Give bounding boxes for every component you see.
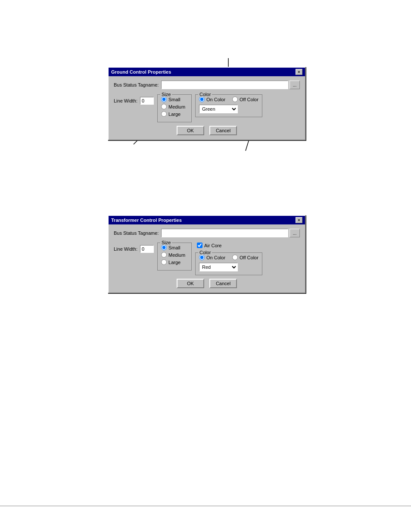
dialog2-off-color-label: Off Color bbox=[240, 255, 258, 260]
dialog2-buttons-row: OK Cancel bbox=[114, 279, 300, 288]
dialog1-color-select-wrapper: Green Red Blue bbox=[199, 105, 258, 113]
dialog2-size-small-radio[interactable] bbox=[161, 245, 167, 250]
dialog2-titlebar: Transformer Control Properties × bbox=[109, 216, 305, 224]
dialog1-on-color-label: On Color bbox=[206, 97, 225, 102]
dialog2-browse-button[interactable]: ... bbox=[290, 229, 300, 237]
dialog1-size-medium-label: Medium bbox=[168, 104, 185, 109]
dialog2-line-width-row: Line Width: bbox=[114, 245, 154, 253]
page-container: Ground Control Properties × Bus Status T… bbox=[0, 0, 411, 532]
dialog1-buttons-row: OK Cancel bbox=[114, 126, 300, 135]
dialog2-color-radio-row: On Color Off Color bbox=[199, 255, 258, 260]
dialog2-color-select-wrapper: Red Green Blue bbox=[199, 263, 258, 271]
dialog2-line-width-label: Line Width: bbox=[114, 246, 137, 252]
dialog2-off-color-row: Off Color bbox=[232, 255, 258, 260]
dialog1-close-button[interactable]: × bbox=[296, 69, 302, 75]
dialog2-ok-button[interactable]: OK bbox=[177, 279, 204, 288]
dialog2-size-small-row: Small bbox=[161, 245, 188, 250]
dialog1-bus-status-input[interactable] bbox=[161, 81, 288, 89]
dialog2-color-group-label: Color bbox=[198, 250, 212, 255]
dialog1-color-radio-row: On Color Off Color bbox=[199, 96, 258, 102]
dialog2-on-color-radio[interactable] bbox=[199, 255, 205, 260]
dialog1-line-width-input[interactable] bbox=[140, 97, 154, 105]
dialog1-size-small-row: Small bbox=[161, 96, 188, 102]
bottom-rule bbox=[0, 506, 411, 506]
dialog1-cancel-button[interactable]: Cancel bbox=[209, 126, 237, 135]
dialog2-color-select[interactable]: Red Green Blue bbox=[199, 263, 238, 271]
dialog1-off-color-label: Off Color bbox=[240, 97, 258, 102]
dialog2-title: Transformer Control Properties bbox=[111, 218, 182, 223]
dialog1-size-large-radio[interactable] bbox=[161, 111, 167, 117]
dialog1-size-medium-radio[interactable] bbox=[161, 104, 167, 109]
dialog-ground-control: Ground Control Properties × Bus Status T… bbox=[108, 67, 306, 140]
dialog2-close-button[interactable]: × bbox=[296, 217, 302, 223]
dialog2-size-group: Size Small Medium Large bbox=[157, 243, 192, 271]
dialog2-size-large-label: Large bbox=[168, 260, 181, 265]
dialog2-bus-status-input[interactable] bbox=[161, 229, 288, 237]
dialog2-off-color-radio[interactable] bbox=[232, 255, 238, 260]
dialog2-on-color-label: On Color bbox=[206, 255, 225, 260]
dialog1-color-group: Color On Color Off Color Green bbox=[195, 94, 262, 117]
dialog2-cancel-button[interactable]: Cancel bbox=[209, 279, 237, 288]
dialog2-size-small-label: Small bbox=[168, 245, 181, 250]
dialog2-bus-status-label: Bus Status Tagname: bbox=[114, 230, 159, 236]
dialog1-bus-status-row: Bus Status Tagname: ... bbox=[114, 81, 300, 89]
dialog1-size-small-radio[interactable] bbox=[161, 96, 167, 102]
dialog1-ok-button[interactable]: OK bbox=[177, 126, 204, 135]
dialog1-on-color-radio[interactable] bbox=[199, 96, 205, 102]
dialog2-size-medium-radio[interactable] bbox=[161, 252, 167, 258]
dialog2-color-group: Color On Color Off Color bbox=[195, 252, 262, 275]
dialog2-air-core-checkbox[interactable] bbox=[197, 243, 202, 248]
dialog2-size-large-radio[interactable] bbox=[161, 259, 167, 265]
dialog2-size-large-row: Large bbox=[161, 259, 188, 265]
dialog1-browse-button[interactable]: ... bbox=[290, 81, 300, 89]
dialog1-size-group: Size Small Medium Large bbox=[157, 94, 192, 122]
dialog2-bus-status-row: Bus Status Tagname: ... bbox=[114, 229, 300, 237]
dialog2-air-core-label: Air Core bbox=[204, 243, 221, 248]
dialog-transformer-control: Transformer Control Properties × Bus Sta… bbox=[108, 215, 306, 293]
dialog1-on-color-row: On Color bbox=[199, 96, 225, 102]
dialog2-right-column: Air Core Color On Color Off Co bbox=[195, 243, 262, 275]
dialog2-size-medium-row: Medium bbox=[161, 252, 188, 258]
dialog2-size-group-label: Size bbox=[160, 240, 172, 245]
dialog2-size-medium-label: Medium bbox=[168, 252, 185, 258]
dialog1-bus-status-label: Bus Status Tagname: bbox=[114, 82, 159, 87]
dialog1-size-group-label: Size bbox=[160, 92, 172, 97]
dialog1-titlebar: Ground Control Properties × bbox=[109, 68, 305, 76]
dialog1-line-width-row: Line Width: bbox=[114, 97, 154, 105]
dialog1-size-small-label: Small bbox=[168, 97, 181, 102]
dialog2-main-row: Line Width: Size Small Medium bbox=[114, 241, 300, 275]
dialog1-content: Bus Status Tagname: ... Line Width: S bbox=[109, 76, 305, 140]
dialog2-content: Bus Status Tagname: ... Line Width: S bbox=[109, 224, 305, 292]
dialog1-title: Ground Control Properties bbox=[111, 69, 171, 75]
dialog1-size-large-row: Large bbox=[161, 111, 188, 117]
dialog1-off-color-radio[interactable] bbox=[232, 96, 238, 102]
dialog1-off-color-row: Off Color bbox=[232, 96, 258, 102]
dialog2-line-width-input[interactable] bbox=[140, 245, 154, 253]
dialog1-main-row: Line Width: Size Small Medium bbox=[114, 93, 300, 122]
dialog1-color-select[interactable]: Green Red Blue bbox=[199, 105, 238, 113]
dialog1-size-large-label: Large bbox=[168, 112, 181, 117]
dialog2-on-color-row: On Color bbox=[199, 255, 225, 260]
dialog1-size-medium-row: Medium bbox=[161, 104, 188, 109]
dialog1-color-group-label: Color bbox=[198, 92, 212, 97]
dialog1-line-width-label: Line Width: bbox=[114, 98, 137, 103]
dialog2-air-core-row: Air Core bbox=[197, 243, 262, 248]
